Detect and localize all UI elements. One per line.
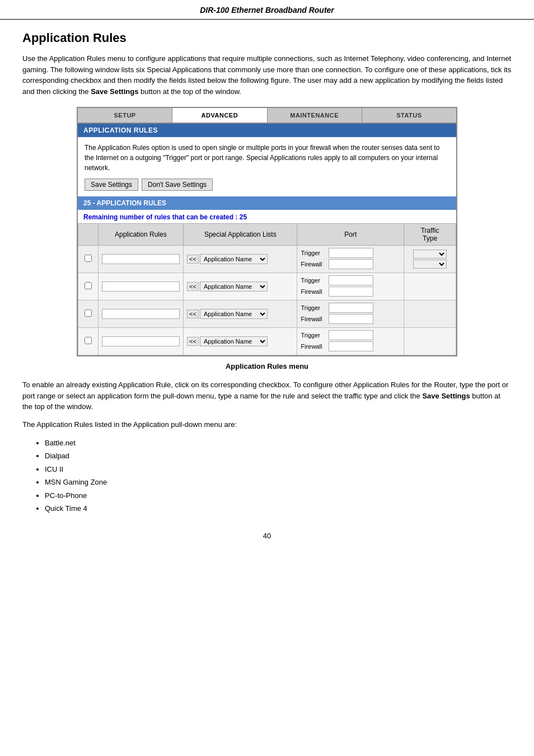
row3-trigger-row: Trigger [301,303,400,313]
row2-appname-input[interactable] [102,281,180,292]
row4-trigger-row: Trigger [301,330,400,340]
page-title: Application Rules [22,31,512,45]
row2-firewall-row: Firewall [301,287,400,297]
table-row: << Application Name Battle.net Dialpad I… [78,273,456,300]
section-desc: The Application Rules option is used to … [85,143,449,173]
row1-firewall-traffic-select[interactable]: TCP UDP Both [413,260,447,269]
tab-maintenance[interactable]: MAINTENANCE [268,108,362,123]
row3-appname-cell [98,300,184,328]
body-paragraph-2: The Application Rules listed in the Appl… [22,419,512,430]
row1-special-cell: << Application Name Battle.net Dialpad I… [184,246,297,273]
table-row: << Application Name Battle.net Dialpad I… [78,300,456,328]
intro-text-end: button at the top of the window. [138,87,241,96]
row2-port-cell: Trigger Firewall [297,273,404,300]
list-item: Quick Time 4 [45,502,512,515]
page-number: 40 [22,532,512,540]
col-traffic-type: TrafficType [404,224,456,246]
row1-trigger-row: Trigger [301,248,400,258]
row3-firewall-row: Firewall [301,314,400,324]
remaining-count: 25 [240,213,247,221]
row2-trigger-input[interactable] [329,275,373,285]
row4-special-cell: << Application Name Battle.net Dialpad I… [184,328,297,355]
row2-select-btn[interactable]: << [187,282,199,291]
list-item: Dialpad [45,449,512,462]
row1-trigger-label: Trigger [301,250,326,256]
row4-trigger-input[interactable] [329,330,373,340]
row1-port-cell: Trigger Firewall [297,246,404,273]
section-header: APPLICATION RULES [78,124,456,137]
row4-special-select[interactable]: Application Name Battle.net Dialpad ICU … [200,336,268,346]
row2-special-select[interactable]: Application Name Battle.net Dialpad ICU … [200,281,268,292]
section-body: The Application Rules option is used to … [78,137,456,196]
row4-firewall-row: Firewall [301,341,400,351]
row3-firewall-label: Firewall [301,316,326,322]
row4-firewall-input[interactable] [329,341,373,351]
section-header-label: APPLICATION RULES [83,126,158,134]
row4-select-btn[interactable]: << [187,337,199,346]
row2-trigger-label: Trigger [301,277,326,284]
row1-special-select[interactable]: Application Name Battle.net Dialpad ICU … [200,254,268,264]
nav-tabs: SETUP ADVANCED MAINTENANCE STATUS [78,108,456,124]
table-header-row: Application Rules Special Application Li… [78,224,456,246]
row3-trigger-label: Trigger [301,304,326,311]
row3-firewall-input[interactable] [329,314,373,324]
row1-appname-input[interactable] [102,254,180,264]
row3-appname-input[interactable] [102,309,180,319]
row3-traffic-cell [404,300,456,328]
row4-traffic-cell [404,328,456,355]
row3-checkbox[interactable] [85,309,92,317]
sub-section-label: 25 - APPLICATION RULES [83,199,166,207]
row1-traffic-container: TCP UDP Both TCP UDP Both [407,250,452,269]
tab-setup[interactable]: SETUP [78,108,172,123]
row4-appname-input[interactable] [102,336,180,346]
page-content: Application Rules Use the Application Ru… [0,20,534,557]
row2-checkbox-cell [78,273,99,300]
row3-trigger-input[interactable] [329,303,373,313]
row3-select-btn[interactable]: << [187,309,199,318]
table-row: << Application Name Battle.net Dialpad I… [78,246,456,273]
row2-special-container: << Application Name Battle.net Dialpad I… [187,281,293,292]
row2-firewall-label: Firewall [301,288,326,295]
row2-special-cell: << Application Name Battle.net Dialpad I… [184,273,297,300]
row1-firewall-input[interactable] [329,259,373,269]
table-row: << Application Name Battle.net Dialpad I… [78,328,456,355]
row1-trigger-traffic-select[interactable]: TCP UDP Both [413,250,447,259]
list-item: MSN Gaming Zone [45,476,512,489]
row1-trigger-input[interactable] [329,248,373,258]
row1-select-btn[interactable]: << [187,255,199,264]
page-header: DIR-100 Ethernet Broadband Router [0,0,534,20]
row4-firewall-label: Firewall [301,343,326,350]
tab-status[interactable]: STATUS [362,108,456,123]
row4-special-container: << Application Name Battle.net Dialpad I… [187,336,293,346]
image-caption: Application Rules menu [22,362,512,370]
row4-port-cell: Trigger Firewall [297,328,404,355]
list-item: PC-to-Phone [45,489,512,502]
col-port: Port [297,224,404,246]
row2-appname-cell [98,273,184,300]
row2-firewall-input[interactable] [329,287,373,297]
rules-table: Application Rules Special Application Li… [78,223,456,355]
col-special-app: Special Application Lists [184,224,297,246]
row1-firewall-row: Firewall [301,259,400,269]
row4-checkbox[interactable] [85,337,92,344]
row4-checkbox-cell [78,328,99,355]
remaining-text: Remaining number of rules that can be cr… [78,210,456,223]
router-ui-box: SETUP ADVANCED MAINTENANCE STATUS APPLIC… [77,107,457,356]
dont-save-settings-button[interactable]: Don't Save Settings [142,179,213,191]
row1-special-container: << Application Name Battle.net Dialpad I… [187,254,293,264]
save-settings-button[interactable]: Save Settings [85,179,138,191]
col-checkbox [78,224,99,246]
row1-firewall-label: Firewall [301,261,326,267]
tab-advanced[interactable]: ADVANCED [172,108,267,123]
row1-traffic-cell: TCP UDP Both TCP UDP Both [404,246,456,273]
list-item: ICU II [45,463,512,476]
row2-checkbox[interactable] [85,282,92,289]
row3-special-select[interactable]: Application Name Battle.net Dialpad ICU … [200,309,268,319]
row2-trigger-row: Trigger [301,275,400,285]
row4-appname-cell [98,328,184,355]
sub-section-header: 25 - APPLICATION RULES [78,196,456,210]
body-paragraph-1: To enable an already existing Applicatio… [22,379,512,412]
row1-checkbox[interactable] [85,255,92,262]
row4-trigger-label: Trigger [301,332,326,339]
intro-paragraph: Use the Application Rules menu to config… [22,53,512,97]
